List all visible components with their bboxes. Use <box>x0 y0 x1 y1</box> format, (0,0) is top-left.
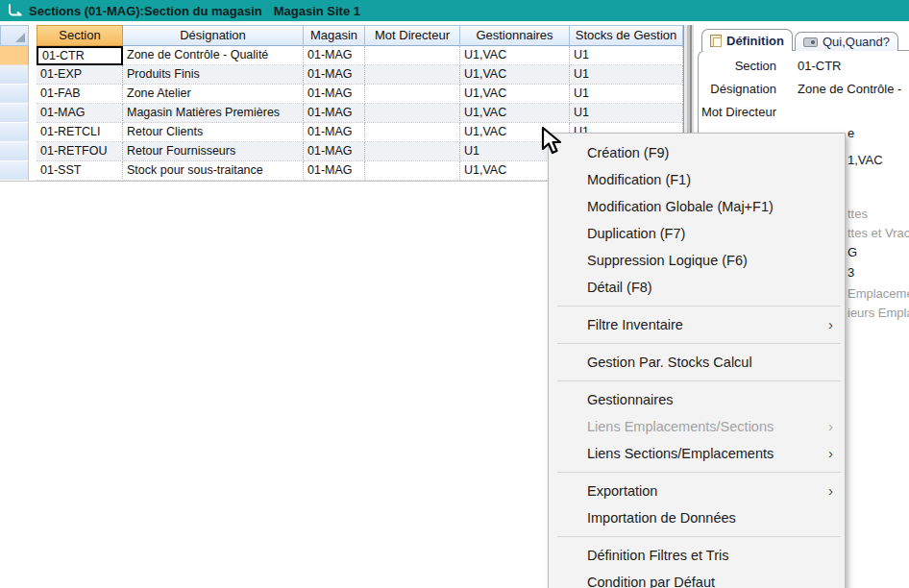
cell-designation[interactable]: Retour Fournisseurs <box>123 142 304 161</box>
panel-fragment: ieurs Empla <box>848 306 909 320</box>
field-row-designation: Désignation Zone de Contrôle - <box>692 77 909 100</box>
submenu-arrow-icon: › <box>828 478 833 504</box>
column-spacer <box>29 25 37 46</box>
column-header-designation[interactable]: Désignation <box>123 25 304 46</box>
cell-gestionnaires[interactable]: U1,VAC <box>460 104 570 123</box>
menu-separator <box>557 380 841 381</box>
menu-item-modification-globale[interactable]: Modification Globale (Maj+F1) <box>549 193 845 220</box>
panel-fragment: e <box>848 126 854 140</box>
page-icon <box>710 35 722 47</box>
window-title-bar: Sections (01-MAG):Section du magasin Mag… <box>0 0 909 21</box>
tab-label: Définition <box>726 34 784 48</box>
table-row[interactable]: 01-EXP Produits Finis 01-MAG U1,VAC U1 <box>0 65 683 85</box>
cell-mot-directeur[interactable] <box>365 142 460 161</box>
row-selector[interactable] <box>0 104 29 123</box>
cell-mot-directeur[interactable] <box>365 85 460 104</box>
field-row-mot-directeur: Mot Directeur <box>692 100 909 123</box>
table-header-row: Section Désignation Magasin Mot Directeu… <box>0 25 683 46</box>
column-spacer <box>29 104 37 123</box>
menu-item-gestion-par-stocks-calcul[interactable]: Gestion Par. Stocks Calcul <box>549 349 845 376</box>
cell-mot-directeur[interactable] <box>365 123 460 142</box>
mouse-cursor-icon <box>540 126 563 157</box>
field-value[interactable]: 01-CTR <box>798 59 842 73</box>
panel-fragment: 1,VAC <box>848 153 883 167</box>
cell-magasin[interactable]: 01-MAG <box>304 123 365 142</box>
column-header-section[interactable]: Section <box>37 25 123 46</box>
cell-gestionnaires[interactable]: U1,VAC <box>460 65 570 85</box>
cell-section[interactable]: 01-MAG <box>37 104 123 123</box>
cell-section[interactable]: 01-FAB <box>37 85 123 104</box>
table-row[interactable]: 01-FAB Zone Atelier 01-MAG U1,VAC U1 <box>0 85 683 104</box>
cell-magasin[interactable]: 01-MAG <box>304 46 365 65</box>
cell-magasin[interactable]: 01-MAG <box>304 161 365 181</box>
menu-separator <box>557 306 841 306</box>
history-icon <box>803 37 818 47</box>
window-title: Sections (01-MAG):Section du magasin <box>29 4 262 18</box>
cell-designation[interactable]: Produits Finis <box>123 65 304 85</box>
menu-item-liens-emplacements-sections: Liens Emplacements/Sections › <box>549 413 845 440</box>
menu-item-condition-par-defaut[interactable]: Condition par Défaut <box>549 569 845 588</box>
cell-gestionnaires[interactable]: U1,VAC <box>460 85 570 104</box>
menu-item-suppression-logique[interactable]: Suppression Logique (F6) <box>549 247 845 274</box>
cell-gestionnaires[interactable]: U1,VAC <box>460 46 570 65</box>
column-header-stocks-de-gestion[interactable]: Stocks de Gestion <box>570 25 683 46</box>
column-header-mot-directeur[interactable]: Mot Directeur <box>365 25 460 46</box>
cell-mot-directeur[interactable] <box>365 104 460 123</box>
cell-designation[interactable]: Stock pour sous-traitance <box>123 161 304 181</box>
column-header-magasin[interactable]: Magasin <box>304 25 365 46</box>
field-value[interactable]: Zone de Contrôle - <box>798 82 901 96</box>
cell-section[interactable]: 01-EXP <box>37 65 123 85</box>
row-selector[interactable] <box>0 65 29 85</box>
cell-mot-directeur[interactable] <box>365 161 460 181</box>
menu-item-creation[interactable]: Création (F9) <box>549 139 845 166</box>
submenu-arrow-icon: › <box>828 311 833 338</box>
menu-item-importation-de-donnees[interactable]: Importation de Données <box>549 504 845 531</box>
menu-separator <box>557 536 841 537</box>
cell-mot-directeur[interactable] <box>365 65 460 85</box>
panel-fragment: Emplacemen <box>848 286 909 301</box>
field-label: Section <box>692 59 776 73</box>
row-selector[interactable] <box>0 142 29 161</box>
tab-definition[interactable]: Définition <box>701 29 793 51</box>
cell-section[interactable]: 01-RETFOU <box>37 142 123 161</box>
menu-item-liens-sections-emplacements[interactable]: Liens Sections/Emplacements › <box>549 440 845 467</box>
menu-item-exportation[interactable]: Exportation › <box>549 478 845 504</box>
table-row[interactable]: 01-MAG Magasin Matières Premières 01-MAG… <box>0 104 683 123</box>
cell-stocks[interactable]: U1 <box>570 85 683 104</box>
menu-item-gestionnaires[interactable]: Gestionnaires <box>549 386 845 413</box>
table-row[interactable]: 01-CTR Zone de Contrôle - Qualité 01-MAG… <box>0 46 683 65</box>
cell-magasin[interactable]: 01-MAG <box>304 65 365 85</box>
column-header-gestionnaires[interactable]: Gestionnaires <box>460 25 570 46</box>
cell-designation[interactable]: Retour Clients <box>123 123 304 142</box>
select-all-triangle-icon <box>15 33 25 42</box>
menu-item-label: Liens Emplacements/Sections <box>587 419 774 434</box>
menu-separator <box>557 343 841 344</box>
cell-stocks[interactable]: U1 <box>570 104 683 123</box>
select-all-corner[interactable] <box>0 25 29 46</box>
field-label: Mot Directeur <box>692 105 776 119</box>
column-spacer <box>29 85 37 104</box>
tab-qui-quand[interactable]: Qui,Quand? <box>795 32 898 51</box>
row-selector[interactable] <box>0 46 29 65</box>
menu-item-detail[interactable]: Détail (F8) <box>549 274 845 301</box>
cell-mot-directeur[interactable] <box>365 46 460 65</box>
menu-item-duplication[interactable]: Duplication (F7) <box>549 220 845 247</box>
cell-magasin[interactable]: 01-MAG <box>304 85 365 104</box>
row-selector[interactable] <box>0 85 29 104</box>
row-selector[interactable] <box>0 161 29 181</box>
cell-designation[interactable]: Zone Atelier <box>123 85 304 104</box>
cell-section[interactable]: 01-RETCLI <box>37 123 123 142</box>
menu-item-definition-filtres-et-tris[interactable]: Définition Filtres et Tris <box>549 542 845 569</box>
row-selector[interactable] <box>0 123 29 142</box>
cell-section[interactable]: 01-SST <box>37 161 123 181</box>
cell-stocks[interactable]: U1 <box>570 46 683 65</box>
cell-designation[interactable]: Magasin Matières Premières <box>123 104 304 123</box>
field-row-section: Section 01-CTR <box>692 54 909 77</box>
cell-designation[interactable]: Zone de Contrôle - Qualité <box>123 46 304 65</box>
cell-magasin[interactable]: 01-MAG <box>304 104 365 123</box>
menu-item-filtre-inventaire[interactable]: Filtre Inventaire › <box>549 311 845 338</box>
cell-section[interactable]: 01-CTR <box>37 46 123 65</box>
cell-magasin[interactable]: 01-MAG <box>304 142 365 161</box>
cell-stocks[interactable]: U1 <box>570 65 683 85</box>
menu-item-modification[interactable]: Modification (F1) <box>549 166 845 193</box>
